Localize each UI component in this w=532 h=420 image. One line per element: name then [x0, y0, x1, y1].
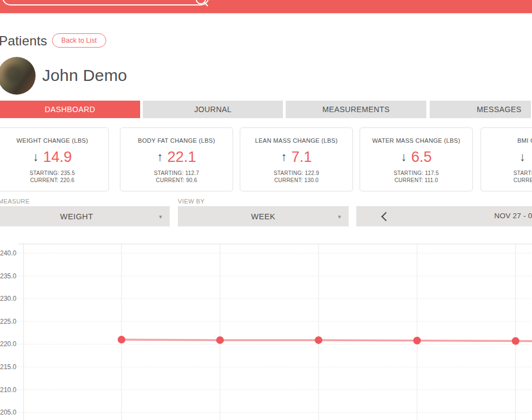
- date-range-label: NOV 27 - 03: [494, 212, 532, 220]
- back-to-list-button[interactable]: Back to List: [52, 33, 106, 48]
- view-by-select[interactable]: WEEK ▾: [178, 206, 349, 226]
- stat-card-body-fat-change: BODY FAT CHANGE (LBS) ↑ 22.1 STARTING: 1…: [120, 127, 233, 191]
- trend-down-arrow-icon: ↓: [33, 151, 39, 163]
- stat-card-value: 22.1: [167, 150, 196, 165]
- top-bar: [0, 0, 532, 13]
- stat-card-water-mass-change: WATER MASS CHANGE (LBS) ↓ 6.5 STARTING: …: [360, 127, 473, 191]
- tab-bar: DASHBOARD JOURNAL MEASUREMENTS MESSAGES: [0, 101, 532, 118]
- tab-measurements[interactable]: MEASUREMENTS: [286, 101, 426, 118]
- y-axis-tick-label: 215.0: [0, 363, 16, 371]
- weight-series-line: [122, 340, 532, 341]
- stat-card-title: BODY FAT CHANGE (LBS): [138, 137, 215, 144]
- y-axis-tick-label: 235.0: [0, 272, 16, 280]
- previous-period-chevron-left-icon[interactable]: [381, 212, 391, 221]
- y-axis-tick-label: 240.0: [0, 249, 16, 257]
- stat-card-starting: STARTING:: [481, 170, 532, 177]
- trend-down-arrow-icon: ↓: [401, 151, 407, 163]
- view-by-select-value: WEEK: [251, 212, 275, 221]
- view-by-label: VIEW BY: [178, 198, 205, 205]
- measure-select-value: WEIGHT: [60, 212, 93, 221]
- measure-label: MEASURE: [0, 198, 30, 205]
- tab-messages[interactable]: MESSAGES: [430, 101, 531, 118]
- avatar: [0, 57, 36, 95]
- data-point[interactable]: [216, 336, 224, 344]
- trend-down-arrow-icon: ↓: [519, 151, 525, 163]
- y-axis-tick-label: 220.0: [0, 340, 16, 348]
- stat-card-current: CURRENT: 90.6: [156, 177, 197, 184]
- stat-card-value: 7.1: [291, 150, 312, 165]
- stat-card-title: LEAN MASS CHANGE (LBS): [255, 137, 338, 144]
- trend-up-arrow-icon: ↑: [281, 151, 287, 163]
- stat-card-title: BMI CHANGE: [517, 137, 532, 144]
- data-point[interactable]: [413, 337, 421, 345]
- patient-name: John Demo: [42, 66, 127, 85]
- y-axis-tick-label: 205.0: [0, 409, 16, 416]
- stat-card-title: WEIGHT CHANGE (LBS): [16, 137, 88, 144]
- stat-card-bmi-change: BMI CHANGE ↓ STARTING: CURRENT:: [481, 127, 532, 191]
- weight-line-chart: 240.0235.0230.0225.0220.0215.0210.0205.0: [0, 241, 532, 420]
- y-axis-tick-label: 225.0: [0, 318, 16, 325]
- screen: Patients Back to List John Demo DASHBOAR…: [0, 0, 532, 420]
- chevron-down-icon: ▾: [159, 213, 162, 220]
- stat-card-starting: STARTING: 235.5: [30, 170, 75, 177]
- stat-card-value: 6.5: [411, 150, 432, 165]
- stat-card-starting: STARTING: 117.5: [394, 170, 438, 177]
- y-axis-tick-label: 210.0: [0, 386, 16, 394]
- y-axis-tick-label: 230.0: [0, 295, 16, 302]
- data-point[interactable]: [512, 337, 519, 345]
- stat-card-current: CURRENT: 130.0: [274, 177, 319, 184]
- tab-journal[interactable]: JOURNAL: [143, 101, 283, 118]
- stat-card-value: 14.9: [43, 150, 72, 165]
- search-input[interactable]: [2, 0, 209, 5]
- stat-card-weight-change: WEIGHT CHANGE (LBS) ↓ 14.9 STARTING: 235…: [0, 127, 109, 191]
- search-icon: [193, 0, 211, 8]
- date-range-bar: NOV 27 - 03: [356, 206, 532, 226]
- stat-cards: WEIGHT CHANGE (LBS) ↓ 14.9 STARTING: 235…: [0, 127, 532, 191]
- stat-card-starting: STARTING: 122.9: [274, 170, 319, 177]
- measure-select[interactable]: WEIGHT ▾: [0, 206, 170, 226]
- page-title: Patients: [0, 33, 47, 49]
- stat-card-current: CURRENT: 111.0: [395, 177, 438, 184]
- data-point[interactable]: [315, 336, 322, 344]
- stat-card-starting: STARTING: 112.7: [154, 170, 199, 177]
- stat-card-title: WATER MASS CHANGE (LBS): [372, 137, 460, 144]
- tab-dashboard[interactable]: DASHBOARD: [0, 101, 140, 118]
- stat-card-lean-mass-change: LEAN MASS CHANGE (LBS) ↑ 7.1 STARTING: 1…: [240, 127, 353, 191]
- data-point[interactable]: [118, 336, 125, 343]
- stat-card-current: CURRENT:: [481, 177, 532, 184]
- stat-card-current: CURRENT: 220.6: [30, 177, 74, 184]
- trend-up-arrow-icon: ↑: [157, 151, 163, 163]
- chevron-down-icon: ▾: [338, 213, 341, 220]
